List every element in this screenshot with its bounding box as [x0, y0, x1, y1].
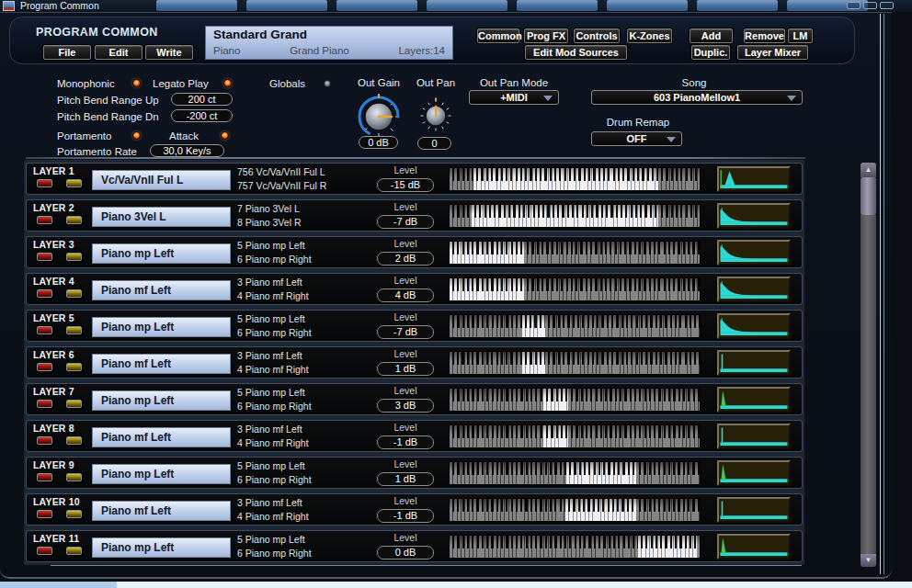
edit-mod-sources-button[interactable]: Edit Mod Sources: [525, 45, 627, 60]
scrollbar-down-button[interactable]: ▼: [861, 554, 876, 567]
layer-mute-led[interactable]: [37, 289, 52, 298]
globals-led[interactable]: [324, 80, 331, 87]
layer-solo-led[interactable]: [66, 326, 82, 334]
layer-solo-led[interactable]: [66, 289, 82, 298]
layer-solo-led[interactable]: [66, 547, 82, 555]
close-button[interactable]: [880, 2, 894, 9]
layer-level-value[interactable]: -7 dB: [377, 215, 434, 229]
song-dropdown[interactable]: 603 PianoMellow1: [591, 90, 803, 105]
layer-envelope-display[interactable]: [717, 240, 791, 266]
layer-envelope-display[interactable]: [717, 387, 791, 413]
layer-mute-led[interactable]: [37, 216, 52, 224]
out-pan-mode-dropdown[interactable]: +MIDI: [469, 90, 559, 105]
layer-name-field[interactable]: Piano mp Left: [92, 243, 231, 264]
layer-name-field[interactable]: Piano mf Left: [92, 354, 231, 374]
layer-solo-led[interactable]: [66, 473, 82, 481]
program-display[interactable]: Standard Grand Piano Grand Piano Layers:…: [205, 26, 453, 60]
tab-controls[interactable]: Controls: [574, 28, 620, 43]
layer-name-field[interactable]: Piano mp Left: [92, 537, 231, 558]
scrollbar-up-button[interactable]: ▲: [861, 163, 876, 177]
layer-level-value[interactable]: 4 dB: [377, 288, 434, 302]
layer-level-value[interactable]: 1 dB: [377, 472, 434, 486]
layer-mixer-button[interactable]: Layer Mixer: [737, 45, 808, 60]
taskbar-segment[interactable]: [0, 582, 117, 588]
layer-envelope-display[interactable]: [717, 277, 791, 302]
os-taskbar[interactable]: [0, 582, 912, 588]
layer-level-value[interactable]: -7 dB: [377, 325, 434, 339]
legato-play-led[interactable]: [223, 79, 232, 87]
layer-envelope-display[interactable]: [717, 166, 791, 192]
layer-envelope-display[interactable]: [717, 424, 791, 449]
minimize-button[interactable]: [847, 2, 861, 9]
scrollbar-thumb[interactable]: [861, 177, 876, 215]
layer-mute-led[interactable]: [37, 179, 52, 187]
monophonic-led[interactable]: [132, 79, 141, 87]
layer-key-range[interactable]: [449, 277, 701, 301]
add-layer-button[interactable]: Add: [690, 28, 733, 43]
taskbar-button[interactable]: [156, 0, 237, 11]
layer-envelope-display[interactable]: [717, 313, 791, 339]
write-button[interactable]: Write: [145, 45, 193, 60]
layer-solo-led[interactable]: [66, 400, 82, 408]
layer-key-range[interactable]: [449, 351, 701, 375]
tab-prog-fx[interactable]: Prog FX: [524, 28, 568, 43]
layer-solo-led[interactable]: [66, 253, 82, 261]
layer-key-range[interactable]: [449, 204, 701, 228]
layer-level-value[interactable]: -1 dB: [377, 509, 434, 523]
layer-key-range[interactable]: [449, 498, 701, 522]
out-pan-value[interactable]: 0: [417, 137, 451, 150]
layer-name-field[interactable]: Piano mp Left: [92, 390, 231, 411]
layer-solo-led[interactable]: [66, 216, 82, 224]
tab-common[interactable]: Common: [477, 28, 519, 43]
horizontal-scrollbar[interactable]: [51, 565, 802, 566]
layer-envelope-display[interactable]: [717, 460, 791, 486]
layer-mute-led[interactable]: [37, 473, 52, 481]
layer-name-field[interactable]: Piano 3Vel L: [92, 207, 231, 227]
layer-level-value[interactable]: 0 dB: [377, 546, 434, 560]
layer-name-field[interactable]: Piano mf Left: [92, 427, 231, 447]
layer-solo-led[interactable]: [66, 179, 82, 187]
layer-level-value[interactable]: 3 dB: [377, 399, 434, 413]
layer-key-range[interactable]: [449, 461, 701, 485]
lm-button[interactable]: LM: [788, 28, 813, 43]
taskbar-button[interactable]: [697, 0, 778, 11]
remove-layer-button[interactable]: Remove: [744, 28, 785, 43]
layer-key-range[interactable]: [449, 241, 701, 265]
layer-name-field[interactable]: Piano mp Left: [92, 464, 231, 484]
layer-envelope-display[interactable]: [717, 497, 791, 523]
taskbar-button[interactable]: [517, 0, 598, 11]
layer-mute-led[interactable]: [37, 436, 52, 445]
maximize-button[interactable]: [863, 2, 877, 9]
portamento-rate-value[interactable]: 30,0 Key/s: [150, 144, 224, 157]
duplicate-layer-button[interactable]: Duplic.: [691, 45, 730, 60]
taskbar-button[interactable]: [607, 0, 688, 11]
attack-led[interactable]: [221, 131, 229, 140]
layer-key-range[interactable]: [449, 388, 701, 412]
layer-envelope-display[interactable]: [717, 534, 791, 560]
layer-name-field[interactable]: Piano mf Left: [92, 501, 231, 521]
file-button[interactable]: File: [43, 45, 91, 60]
layer-level-value[interactable]: -15 dB: [377, 178, 434, 192]
layer-name-field[interactable]: Vc/Va/VnII Ful L: [92, 170, 231, 190]
portamento-led[interactable]: [132, 131, 141, 140]
layer-level-value[interactable]: 1 dB: [377, 362, 434, 376]
scrollbar-track[interactable]: [861, 215, 876, 554]
layer-mute-led[interactable]: [37, 363, 52, 371]
layer-solo-led[interactable]: [66, 510, 82, 518]
layer-level-value[interactable]: 2 dB: [377, 252, 434, 266]
taskbar-button[interactable]: [336, 0, 417, 11]
layer-mute-led[interactable]: [37, 510, 52, 518]
layer-mute-led[interactable]: [37, 253, 52, 261]
layer-envelope-display[interactable]: [717, 350, 791, 376]
layer-key-range[interactable]: [449, 314, 701, 338]
out-gain-value[interactable]: 0 dB: [359, 136, 398, 149]
taskbar-button[interactable]: [427, 0, 507, 11]
layer-name-field[interactable]: Piano mp Left: [92, 317, 231, 337]
drum-remap-dropdown[interactable]: OFF: [591, 131, 682, 146]
layer-name-field[interactable]: Piano mf Left: [92, 280, 231, 300]
layer-key-range[interactable]: [449, 424, 701, 448]
layer-mute-led[interactable]: [37, 400, 52, 408]
pitch-bend-up-value[interactable]: 200 ct: [171, 93, 233, 106]
layer-envelope-display[interactable]: [717, 203, 791, 229]
pitch-bend-dn-value[interactable]: -200 ct: [171, 109, 233, 122]
